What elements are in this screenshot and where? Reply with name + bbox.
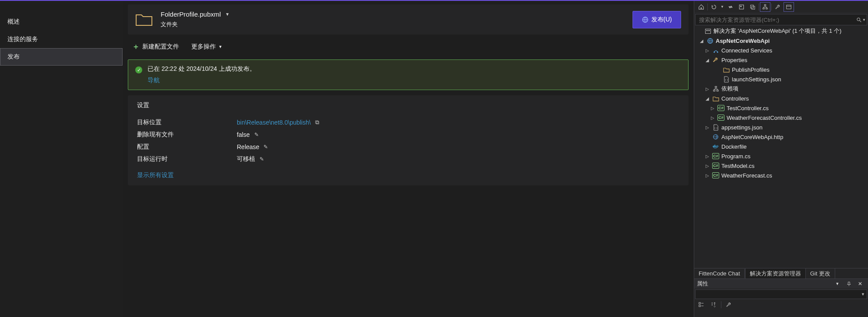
tree-publish-profiles[interactable]: ▷ PublishProfiles (694, 65, 868, 74)
globe-publish-icon (642, 16, 649, 23)
categorize-icon[interactable] (696, 300, 706, 310)
navigate-link[interactable]: 导航 (148, 77, 256, 84)
setting-delete-existing: 删除现有文件 false ✎ (135, 129, 681, 141)
solution-icon (704, 28, 712, 35)
tab-solution-explorer[interactable]: 解决方案资源管理器 (745, 268, 806, 279)
tree-test-controller[interactable]: ▷ C# TestController.cs (694, 103, 868, 113)
wrench-icon[interactable] (724, 300, 734, 310)
success-banner: ✓ 已在 22:22 处 2024/10/24 上成功发布。 导航 (128, 59, 689, 90)
target-path: bin\Release\net8.0\publish\ (237, 119, 311, 126)
setting-value: 可移植 ✎ (237, 155, 264, 163)
tree-weather-forecast[interactable]: ▷ C# WeatherForecast.cs (694, 171, 868, 180)
frame-icon[interactable] (736, 2, 747, 12)
nav-overview[interactable]: 概述 (0, 13, 123, 31)
show-all-settings-link[interactable]: 显示所有设置 (137, 171, 174, 178)
pin-icon[interactable] (843, 279, 854, 289)
check-circle-icon: ✓ (135, 66, 142, 73)
svg-rect-22 (714, 145, 715, 146)
copy-icon[interactable]: ⧉ (315, 119, 319, 126)
tree-properties[interactable]: ◢ Properties (694, 55, 868, 65)
edit-icon[interactable]: ✎ (264, 144, 268, 150)
terminal-icon[interactable] (784, 2, 794, 12)
svg-point-9 (857, 18, 860, 21)
edit-icon[interactable]: ✎ (260, 156, 264, 162)
separator (771, 2, 772, 12)
tree-http-file[interactable]: ▷ AspNetCoreWebApi.http (694, 132, 868, 142)
se-search: ▼ (695, 14, 867, 25)
tree-solution-root[interactable]: ▶ 解决方案 'AspNetCoreWebApi' (1 个项目，共 1 个) (694, 26, 868, 36)
edit-icon[interactable]: ✎ (254, 132, 259, 138)
copy-icon[interactable] (747, 2, 758, 12)
svg-rect-6 (763, 8, 765, 9)
more-actions-label: 更多操作 (191, 43, 216, 51)
properties-icon (712, 57, 720, 63)
sort-icon[interactable] (708, 300, 719, 310)
history-icon[interactable] (709, 2, 719, 12)
nav-publish[interactable]: 发布 (0, 48, 123, 66)
close-icon[interactable]: ✕ (855, 279, 865, 289)
bottom-tabs: FittenCode Chat 解决方案资源管理器 Git 更改 (694, 268, 868, 279)
tree-dependencies[interactable]: ▷ 依赖项 (694, 84, 868, 94)
svg-rect-17 (713, 90, 715, 91)
publish-header: FolderProfile.pubxml ▼ 文件夹 发布(U) (128, 4, 689, 35)
web-project-icon (706, 38, 714, 44)
publish-button-label: 发布(U) (651, 16, 672, 24)
tree-weather-controller[interactable]: ▷ C# WeatherForecastController.cs (694, 113, 868, 122)
more-actions-dropdown[interactable]: 更多操作 ▼ (191, 43, 222, 51)
svg-rect-20 (713, 146, 714, 146)
separator (707, 2, 708, 12)
tree-label: AspNetCoreWebApi (716, 38, 770, 44)
setting-value: false ✎ (237, 131, 259, 138)
csharp-file-icon: C# (717, 115, 725, 121)
success-message: 已在 22:22 处 2024/10/24 上成功发布。 (148, 65, 256, 72)
search-icon[interactable]: ▼ (855, 17, 867, 23)
tree-project[interactable]: ◢ AspNetCoreWebApi (694, 36, 868, 45)
tree-test-model[interactable]: ▷ C# TestModel.cs (694, 161, 868, 171)
chevron-down-icon[interactable]: ▼ (720, 2, 725, 12)
profile-dropdown[interactable]: FolderProfile.pubxml ▼ (161, 10, 229, 18)
tab-fittencode[interactable]: FittenCode Chat (694, 269, 745, 278)
success-messages: 已在 22:22 处 2024/10/24 上成功发布。 导航 (148, 65, 256, 84)
new-profile-button[interactable]: ＋ 新建配置文件 (132, 42, 179, 52)
center-area: FolderProfile.pubxml ▼ 文件夹 发布(U) ＋ 新建配置 (123, 1, 694, 317)
json-file-icon (722, 76, 730, 83)
setting-target-runtime: 目标运行时 可移植 ✎ (135, 153, 681, 165)
csharp-file-icon: C# (717, 105, 725, 111)
separator (720, 300, 722, 310)
properties-titlebar: 属性 ▼ ✕ (694, 279, 868, 289)
dropdown-icon[interactable]: ▼ (832, 279, 843, 289)
chevron-down-icon: ▼ (218, 45, 222, 49)
hierarchy-icon[interactable] (760, 2, 770, 12)
svg-rect-21 (714, 146, 715, 146)
value-text: 可移植 (237, 155, 255, 163)
tree-launch-settings[interactable]: ▷ launchSettings.json (694, 74, 868, 84)
publish-button[interactable]: 发布(U) (633, 11, 681, 28)
value-text: Release (237, 143, 259, 150)
sync-icon[interactable] (725, 2, 736, 12)
plus-icon: ＋ (132, 42, 140, 52)
properties-panel: 属性 ▼ ✕ ▼ (694, 279, 868, 317)
home-icon[interactable] (696, 2, 706, 12)
tree-connected-services[interactable]: ▷ Connected Services (694, 45, 868, 55)
tree-label: AspNetCoreWebApi.http (721, 134, 783, 140)
tree-label: Controllers (721, 95, 749, 102)
solution-explorer-panel: ▼ (694, 1, 868, 317)
new-profile-label: 新建配置文件 (142, 43, 179, 51)
tree-appsettings[interactable]: ▷ appsettings.json (694, 122, 868, 132)
show-all-wrap: 显示所有设置 (137, 171, 681, 179)
wrench-icon[interactable] (773, 2, 783, 12)
tree-label: WeatherForecastController.cs (727, 115, 802, 121)
properties-combo[interactable]: ▼ (695, 289, 867, 299)
tree-program-cs[interactable]: ▷ C# Program.cs (694, 151, 868, 161)
search-input[interactable] (696, 17, 855, 23)
settings-panel: 设置 目标位置 bin\Release\net8.0\publish\ ⧉ 删除… (128, 95, 689, 185)
connected-services-icon (712, 47, 720, 54)
tree-controllers[interactable]: ◢ Controllers (694, 94, 868, 103)
setting-value-link[interactable]: bin\Release\net8.0\publish\ ⧉ (237, 119, 319, 126)
csharp-file-icon: C# (712, 153, 720, 159)
folder-icon (712, 96, 720, 101)
tab-git-changes[interactable]: Git 更改 (806, 268, 835, 279)
nav-connected-services[interactable]: 连接的服务 (0, 31, 123, 48)
tree-dockerfile[interactable]: ▷ Dockerfile (694, 142, 868, 151)
folder-icon (135, 12, 153, 27)
